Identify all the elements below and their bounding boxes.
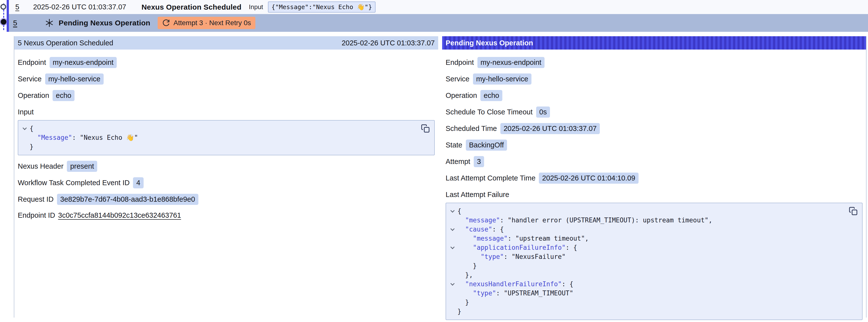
code-text: } (30, 142, 34, 151)
code-gutter (447, 225, 458, 234)
code-line: "cause": { (447, 225, 845, 234)
field-label: Service (18, 74, 42, 84)
code-gutter (447, 280, 458, 289)
field-row: Schedule To Close Timeout0s (445, 106, 863, 118)
event-row-pending[interactable]: 5 Pending Nexus Operation Attempt 3 · Ne… (9, 14, 868, 32)
field-label: Attempt (445, 157, 470, 167)
panel-timestamp: 2025-02-26 UTC 01:03:37.07 (342, 39, 435, 47)
copy-icon[interactable] (849, 206, 858, 216)
code-line: "applicationFailureInfo": { (447, 243, 845, 252)
code-text: { (458, 206, 461, 216)
field-row: Request ID3e829b7e-7d67-4b08-aad3-b1e868… (18, 194, 435, 205)
timeline-marker-selected-icon (1, 19, 6, 25)
collapse-chevron-icon[interactable] (23, 126, 27, 130)
field-value-badge: echo (480, 90, 502, 101)
field-label: Service (445, 74, 469, 84)
panel-title: Pending Nexus Operation (445, 39, 533, 47)
code-gutter (20, 124, 30, 133)
field-row: Endpointmy-nexus-endpoint (18, 57, 435, 68)
code-line: { (447, 206, 845, 216)
timeline-marker-open-icon (0, 4, 6, 10)
field-label: Endpoint (18, 58, 46, 68)
field-label: Operation (445, 91, 477, 101)
input-section-label: Input (18, 107, 435, 117)
code-text: "type": "UPSTREAM_TIMEOUT" (458, 289, 574, 298)
field-row: Nexus Headerpresent (18, 161, 435, 172)
pending-asterisk-icon (45, 19, 54, 27)
code-gutter (447, 206, 458, 216)
code-line: } (20, 142, 417, 151)
code-gutter (20, 133, 30, 142)
field-value-badge: 0s (536, 106, 550, 118)
field-value-badge: 3 (474, 156, 484, 167)
code-gutter (447, 261, 458, 270)
field-value-badge: my-nexus-endpoint (477, 57, 545, 68)
field-label: Last Attempt Complete Time (445, 173, 535, 183)
field-row: Endpoint ID3c0c75ccfa8144b092c13ce632463… (18, 210, 435, 220)
collapse-chevron-icon[interactable] (451, 208, 455, 213)
code-text: } (458, 298, 469, 307)
code-gutter (447, 234, 458, 243)
event-row-scheduled[interactable]: 5 2025-02-26 UTC 01:03:37.07 Nexus Opera… (9, 0, 868, 14)
code-gutter (447, 289, 458, 298)
field-label: Schedule To Close Timeout (445, 107, 533, 117)
panel-title: 5 Nexus Operation Scheduled (18, 39, 113, 47)
retry-icon (162, 19, 170, 27)
field-label: Scheduled Time (445, 124, 497, 134)
field-value-badge: 2025-02-26 UTC 01:03:37.07 (500, 123, 600, 134)
code-gutter (20, 142, 30, 151)
code-text: "Message": "Nexus Echo 👋" (30, 133, 138, 142)
collapse-chevron-icon[interactable] (451, 281, 455, 286)
code-line: "nexusHandlerFailureInfo": { (447, 280, 845, 289)
code-line: "Message": "Nexus Echo 👋" (20, 133, 417, 142)
code-gutter (447, 270, 458, 280)
code-text: "cause": { (458, 225, 504, 234)
field-label: Request ID (18, 194, 54, 204)
collapse-chevron-icon[interactable] (451, 245, 455, 249)
field-value-badge: 3e829b7e-7d67-4b08-aad3-b1e868bfe9e0 (57, 194, 198, 205)
code-text: { (30, 124, 34, 133)
field-row: Scheduled Time2025-02-26 UTC 01:03:37.07 (445, 123, 863, 134)
field-row: Workflow Task Completed Event ID4 (18, 177, 435, 188)
field-row: Servicemy-hello-service (445, 73, 863, 85)
code-line: } (447, 298, 845, 307)
code-gutter (447, 298, 458, 307)
collapse-chevron-icon[interactable] (451, 227, 455, 231)
field-label: Nexus Header (18, 161, 63, 171)
field-row: Servicemy-hello-service (18, 73, 435, 85)
copy-icon[interactable] (421, 124, 430, 133)
field-value-badge: 4 (133, 177, 143, 188)
code-line: "message": "upstream timeout", (447, 234, 845, 243)
endpoint-id-link[interactable]: 3c0c75ccfa8144b092c13ce632463761 (58, 210, 181, 220)
event-title: Nexus Operation Scheduled (142, 3, 241, 11)
scheduled-panel-header: 5 Nexus Operation Scheduled 2025-02-26 U… (14, 36, 438, 50)
field-value-badge: echo (53, 90, 74, 101)
attempt-retry-badge: Attempt 3 · Next Retry 0s (158, 17, 255, 29)
code-gutter (447, 243, 458, 252)
code-line: } (447, 307, 845, 316)
code-line: { (20, 124, 417, 133)
workflow-history-screen: 5 2025-02-26 UTC 01:03:37.07 Nexus Opera… (0, 0, 868, 322)
field-value-badge: 2025-02-26 UTC 01:04:10.09 (539, 172, 638, 184)
field-row: Endpointmy-nexus-endpoint (445, 57, 863, 68)
code-line: "message": "handler error (UPSTREAM_TIME… (447, 216, 845, 225)
event-title: Pending Nexus Operation (59, 19, 150, 27)
code-text: "message": "upstream timeout", (458, 234, 589, 243)
timeline-accent-bar (7, 0, 9, 32)
field-label: State (445, 140, 462, 150)
failure-json-block: { "message": "handler error (UPSTREAM_TI… (445, 203, 863, 320)
code-text: "nexusHandlerFailureInfo": { (458, 280, 574, 289)
code-line: "type": "UPSTREAM_TIMEOUT" (447, 289, 845, 298)
code-line: "type": "NexusFailure" (447, 252, 845, 261)
input-payload-chip[interactable]: {"Message":"Nexus Echo 👋"} (268, 1, 375, 12)
event-id-link[interactable]: 5 (13, 19, 17, 27)
field-label: Operation (18, 91, 49, 101)
code-text: } (458, 307, 461, 316)
event-id-link[interactable]: 5 (15, 3, 19, 11)
input-label: Input (249, 3, 263, 11)
pending-operation-panel: Pending Nexus Operation Endpointmy-nexus… (442, 36, 867, 318)
code-gutter (447, 307, 458, 316)
event-detail-area: 5 Nexus Operation Scheduled 2025-02-26 U… (0, 32, 868, 318)
field-value-badge: BackingOff (466, 139, 507, 151)
field-label: Endpoint ID (18, 210, 55, 220)
